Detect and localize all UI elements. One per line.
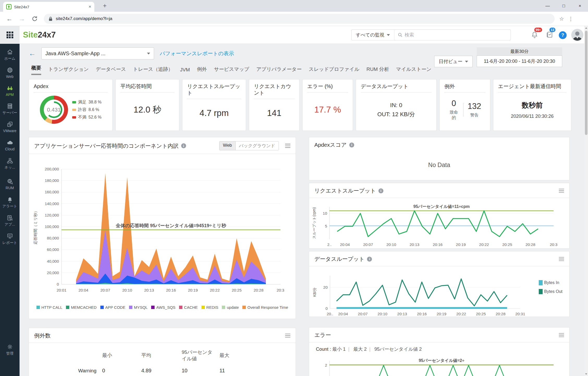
panel-menu-icon[interactable] [559, 333, 564, 337]
panel-menu-icon[interactable] [559, 257, 564, 261]
sidebar-item-network[interactable]: ネッ... [0, 157, 20, 170]
svg-text:KB/分: KB/分 [313, 287, 317, 297]
new-tab-button[interactable]: + [103, 2, 107, 9]
sidebar-item-home[interactable]: ホーム [0, 48, 20, 61]
window-close-button[interactable]: × [572, 0, 588, 12]
svg-text:140,000: 140,000 [45, 201, 59, 206]
svg-text:160,000: 160,000 [45, 190, 59, 194]
tab-milestone[interactable]: マイルストーン [396, 66, 432, 75]
sidebar-item-vmware[interactable]: VMware [0, 121, 20, 133]
date-range-widget[interactable]: 最新30分 11-6月-20 20:00 - 11-6月-20 20:30 [477, 47, 562, 67]
sidebar-item-reports[interactable]: レポート [0, 233, 20, 245]
sidebar-item-web[interactable]: Web [0, 67, 20, 79]
monitor-type-dropdown[interactable]: すべての監視 [352, 30, 394, 40]
sidebar-item-cloud[interactable]: Cloud [0, 139, 20, 151]
svg-text:20:07: 20:07 [358, 312, 368, 316]
help-button[interactable] [559, 31, 567, 39]
browser-menu-icon[interactable]: ⋮ [568, 16, 573, 22]
address-bar[interactable]: site24x7.com/app/demo?l=ja [44, 14, 555, 24]
info-icon[interactable] [378, 188, 383, 193]
screen: Site24x7 × + — □ × ← → site24x7.com/app/… [0, 0, 588, 376]
svg-text:20:22: 20:22 [456, 312, 466, 316]
info-icon[interactable] [349, 143, 354, 147]
legend-item: AWS_SQS [151, 305, 175, 310]
info-icon[interactable] [367, 257, 372, 262]
tab-overview[interactable]: 概要 [31, 65, 41, 75]
svg-text:2: 2 [325, 363, 327, 367]
tab-thread-profile[interactable]: スレッドプロファイル [309, 66, 359, 75]
scroll-up-arrow[interactable] [584, 26, 588, 30]
tab-transactions[interactable]: トランザクション [48, 66, 89, 75]
bookmark-star-icon[interactable]: ☆ [559, 16, 564, 22]
scroll-down-arrow[interactable] [584, 372, 588, 376]
svg-text:20:04: 20:04 [338, 312, 348, 316]
sidebar-item-apm[interactable]: APM [0, 85, 20, 97]
kpi-apdex: Apdex 0.431 満足38.8 % 許容8.6 % 不満52.6 % [29, 79, 113, 131]
vertical-scrollbar[interactable] [584, 26, 588, 376]
tab-jvm[interactable]: JVM [180, 67, 190, 75]
tab-close-icon[interactable]: × [89, 4, 91, 9]
toggle-web[interactable]: Web [219, 141, 236, 150]
tab-service-map[interactable]: サービスマップ [214, 66, 249, 75]
tab-traces[interactable]: トレース（追跡） [133, 66, 173, 75]
sidebar: ホーム Web APM サーバー VMware Cloud ネッ... RUM [0, 44, 20, 376]
svg-text:0: 0 [57, 282, 59, 286]
forward-icon[interactable]: → [19, 15, 25, 22]
svg-text:5: 5 [325, 224, 327, 228]
date-view-button[interactable]: 日付ビュー [434, 56, 473, 67]
search-input[interactable] [405, 32, 507, 38]
tab-rum-analysis[interactable]: RUM 分析 [366, 66, 389, 75]
legend-item: Bytes In [539, 280, 562, 285]
application-selector[interactable]: Java AWS-Sample-App ... [41, 47, 154, 59]
request-throughput-chart: 5102..20:0420:0720:1020:1320:1620:1920:2… [309, 198, 559, 248]
back-navigation-arrow[interactable]: ← [29, 50, 36, 58]
tab-database[interactable]: データベース [96, 66, 126, 75]
legend-item: MEMCACHED [66, 305, 96, 310]
svg-text:20:19: 20:19 [188, 288, 198, 292]
svg-text:20:28: 20:28 [525, 242, 535, 247]
apps-grid-button[interactable] [0, 26, 20, 44]
tasks-button[interactable]: 13 [546, 31, 554, 40]
sidebar-item-admin[interactable]: 管理 [0, 343, 20, 356]
legend-item: REDIS [201, 305, 218, 310]
report-board-icon [7, 233, 13, 239]
svg-text:20:19: 20:19 [456, 242, 466, 247]
site24x7-logo[interactable]: Site24x7 [23, 30, 56, 40]
browser-tab[interactable]: Site24x7 × [3, 2, 94, 12]
panel-data-throughput: データスループット 02020..20:0420:0720:1020:1320:… [309, 251, 569, 317]
scrollbar-thumb[interactable] [585, 31, 587, 135]
range-value[interactable]: 11-6月-20 20:00 - 11-6月-20 20:30 [477, 56, 562, 67]
legend-item: Overall Response Time [242, 305, 288, 310]
performance-report-link[interactable]: パフォーマンスレポートの表示 [160, 50, 234, 57]
kpi-avg-response-time: 平均応答時間 12.0 秒 [115, 79, 179, 131]
server-icon [7, 103, 13, 109]
legend-item: CACHE [179, 305, 198, 310]
back-icon[interactable]: ← [6, 15, 13, 22]
toggle-background[interactable]: バックグラウンド [236, 141, 279, 150]
kpi-data-throughput: データスループット IN: 0 OUT: 12 KB/分 [356, 79, 437, 131]
svg-text:20:28: 20:28 [496, 312, 506, 316]
panel-menu-icon[interactable] [285, 334, 290, 338]
avatar-icon [572, 29, 583, 41]
svg-text:20,000: 20,000 [47, 270, 59, 275]
legend-item: HTTP CALL [36, 305, 63, 310]
tab-app-parameters[interactable]: アプリパラメーター [256, 66, 302, 75]
sidebar-item-server[interactable]: サーバー [0, 103, 20, 115]
panel-menu-icon[interactable] [285, 144, 290, 148]
info-icon[interactable] [181, 143, 186, 148]
sidebar-item-alerts[interactable]: アラート [0, 196, 20, 209]
notifications-button[interactable]: 99+ [531, 31, 538, 40]
home-icon [7, 48, 13, 55]
sidebar-item-rum[interactable]: RUM [0, 178, 20, 190]
data-throughput-legend: Bytes InBytes Out [539, 280, 562, 294]
breakdown-legend: HTTP CALLMEMCACHEDAPP CODEMYSQLAWS_SQSCA… [29, 305, 296, 310]
svg-text:20: 20 [323, 285, 328, 289]
svg-text:20:04: 20:04 [78, 288, 88, 292]
panel-menu-icon[interactable] [559, 189, 564, 193]
window-minimize-button[interactable]: — [540, 0, 556, 12]
refresh-icon[interactable] [31, 15, 38, 22]
sidebar-item-applogs[interactable]: アプ... [0, 214, 20, 227]
tab-exceptions[interactable]: 例外 [197, 66, 207, 75]
user-avatar[interactable] [571, 29, 583, 41]
window-maximize-button[interactable]: □ [556, 0, 572, 12]
